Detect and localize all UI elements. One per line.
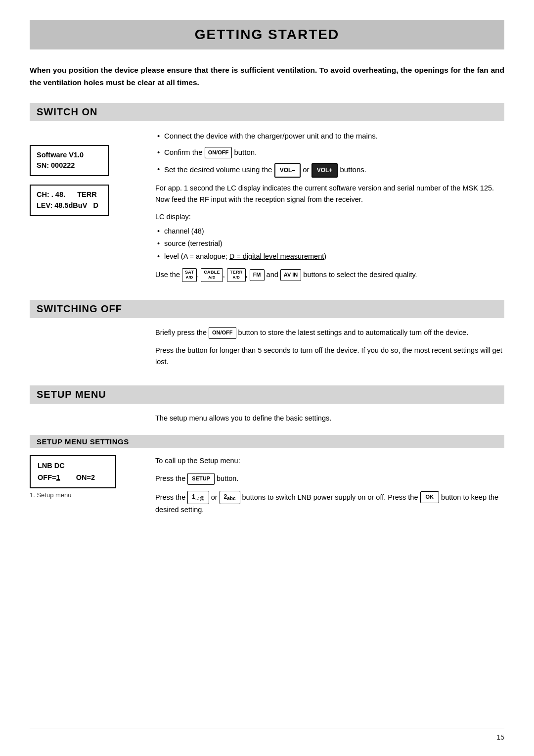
switching-off-right: Briefly press the ON/OFF button to store… [155,327,504,374]
lnb-line1: LNB DC [38,462,65,470]
page-title-bar: GETTING STARTED [30,20,504,49]
switching-off-left [30,327,143,374]
press-setup-para: Press the SETUP button. [155,473,504,485]
page: GETTING STARTED When you position the de… [0,0,534,756]
page-number: 15 [496,733,504,741]
switch-on-right: Connect the device with the charger/powe… [155,130,504,288]
lcd-software-line1: Software V1.0 [37,151,84,159]
switching-off-para2: Press the button for longer than 5 secon… [155,345,504,368]
lc-display-label: LC display: [155,211,504,223]
setup-menu-intro-text: The setup menu allows you to define the … [155,413,504,424]
setup-menu-settings-left: LNB DC OFF=1 ON=2 1. Setup menu [30,455,143,521]
sat-ad-button-ref: SAT A/D [182,268,197,282]
setup-menu-header: SETUP MENU [30,385,504,404]
bullet-confirm: Confirm the ON/OFF button. [155,146,504,159]
lcd-ch-line1: CH: . 48. TERR [37,190,97,198]
switch-on-bullets: Connect the device with the charger/powe… [155,130,504,178]
switch-on-title: SWITCH ON [37,106,497,118]
sub-bullet-channel: channel (48) [155,226,504,237]
sub-bullet-source: source (terrestrial) [155,238,504,249]
num1-button-ref: 1..:@ [187,491,209,504]
intro-text: When you position the device please ensu… [30,64,504,89]
vol-minus-button-ref: VOL– [274,163,301,178]
lcd-lnb: LNB DC OFF=1 ON=2 [30,455,116,488]
setup-settings-header: SETUP MENU SETTINGS [30,435,504,448]
use-buttons-para: Use the SAT A/D , CABLE A/D , TERR A/D [155,268,504,282]
switching-off-para1: Briefly press the ON/OFF button to store… [155,327,504,339]
fm-button-ref: FM [250,269,265,281]
onoff-button-ref2: ON/OFF [209,327,236,339]
press-num-para: Press the 1..:@ or 2abc buttons to switc… [155,491,504,516]
page-footer: 15 [30,728,504,741]
lcd-ch-line2: LEV: 48.5dBuV D [37,201,98,209]
software-para: For app. 1 second the LC display indicat… [155,183,504,205]
setup-menu-intro-left [30,413,143,430]
page-title: GETTING STARTED [195,27,339,42]
vol-plus-button-ref: VOL+ [312,163,338,178]
switching-off-header: SWITCHING OFF [30,300,504,318]
lcd-channel: CH: . 48. TERR LEV: 48.5dBuV D [30,185,109,216]
setup-menu-settings-body: LNB DC OFF=1 ON=2 1. Setup menu To call … [30,455,504,521]
lcd-software-line2: SN: 000222 [37,161,75,169]
switch-on-section: SWITCH ON Software V1.0 SN: 000222 CH: .… [30,103,504,288]
switch-on-header: SWITCH ON [30,103,504,121]
bullet-volume: Set the desired volume using the VOL– or… [155,163,504,178]
lcd-software: Software V1.0 SN: 000222 [30,145,109,177]
switching-off-title: SWITCHING OFF [37,303,497,315]
setup-menu-title: SETUP MENU [37,389,497,400]
onoff-button-ref1: ON/OFF [205,147,232,158]
switch-on-body: Software V1.0 SN: 000222 CH: . 48. TERR … [30,130,504,288]
bullet-connect: Connect the device with the charger/powe… [155,130,504,142]
setup-menu-intro-right: The setup menu allows you to define the … [155,413,504,430]
terr-ad-button-ref: TERR A/D [227,268,246,282]
lc-display-bullets: channel (48) source (terrestrial) level … [155,226,504,262]
setup-button-ref: SETUP [187,473,215,485]
setup-settings-title: SETUP MENU SETTINGS [37,437,497,446]
setup-menu-settings-right: To call up the Setup menu: Press the SET… [155,455,504,521]
switch-on-left: Software V1.0 SN: 000222 CH: . 48. TERR … [30,130,143,288]
av-in-button-ref: AV IN [280,269,302,281]
num2-button-ref: 2abc [220,491,240,504]
switching-off-section: SWITCHING OFF Briefly press the ON/OFF b… [30,300,504,374]
setup-menu-caption: 1. Setup menu [30,491,143,499]
lnb-line2: OFF=1 ON=2 [38,473,95,481]
sub-bullet-level: level (A = analogue; D = digital level m… [155,251,504,262]
ok-button-ref: OK [420,491,440,503]
call-up-text: To call up the Setup menu: [155,455,504,467]
setup-menu-section: SETUP MENU The setup menu allows you to … [30,385,504,521]
switching-off-body: Briefly press the ON/OFF button to store… [30,327,504,374]
cable-ad-button-ref: CABLE A/D [201,268,223,282]
setup-menu-intro-row: The setup menu allows you to define the … [30,413,504,430]
